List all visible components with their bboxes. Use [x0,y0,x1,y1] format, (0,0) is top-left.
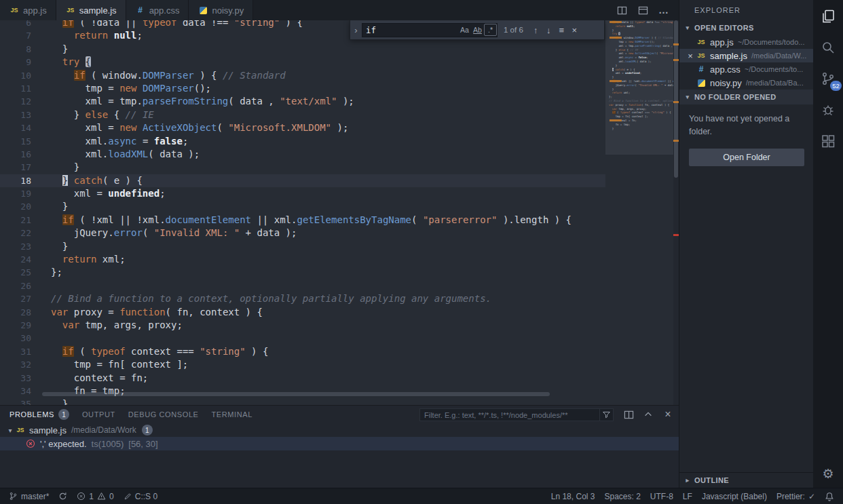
more-actions-icon[interactable]: … [658,5,669,16]
line-number[interactable]: 21 [0,214,42,227]
code-line-35[interactable]: 35 } [0,398,605,405]
language-mode[interactable]: Javascript (Babel) [697,492,772,501]
line-number[interactable]: 14 [0,121,42,134]
line-number[interactable]: 10 [0,69,42,82]
line-number[interactable]: 19 [0,187,42,200]
panel-tab-output[interactable]: OUTPUT [82,406,115,423]
code-line-12[interactable]: 12 xml = tmp.parseFromString( data , "te… [0,95,605,108]
code-line-9[interactable]: 9 try { [0,56,605,69]
close-find-icon[interactable]: × [568,25,581,35]
indentation[interactable]: Spaces: 2 [599,492,645,501]
line-number[interactable]: 28 [0,306,42,319]
problems-status[interactable]: 1 0 [72,488,118,504]
open-editor-noisy.py[interactable]: noisy.py/media/Data/Ba... [679,76,813,90]
code-line-32[interactable]: 32 tmp = fn[ context ]; [0,358,605,371]
panel-tab-terminal[interactable]: TERMINAL [212,406,252,423]
code-line-29[interactable]: 29 var tmp, args, proxy; [0,319,605,332]
line-number[interactable]: 30 [0,332,42,345]
no-folder-header[interactable]: ▾ NO FOLDER OPENED [679,90,813,104]
problems-filter-input[interactable] [420,411,599,419]
tab-app.css[interactable]: #app.css [126,0,189,20]
code-line-28[interactable]: 28var proxy = function( fn, context ) { [0,306,605,319]
line-number[interactable]: 9 [0,56,42,69]
code-line-22[interactable]: 22 jQuery.error( "Invalid XML: " + data … [0,227,605,239]
code-line-26[interactable]: 26 [0,279,605,292]
line-number[interactable]: 29 [0,319,42,332]
code-line-24[interactable]: 24 return xml; [0,253,605,266]
problem-item[interactable]: ',' expected.ts(1005)[56, 30] [0,437,679,450]
line-number[interactable]: 20 [0,200,42,213]
panel-tab-problems[interactable]: PROBLEMS1 [10,406,69,423]
horizontal-scrollbar[interactable] [42,392,550,396]
code-line-21[interactable]: 21 if ( !xml || !xml.documentElement || … [0,214,605,227]
filter-icon[interactable] [599,409,613,421]
code-line-14[interactable]: 14 xml = new ActiveXObject( "Microsoft.X… [0,121,605,134]
code-line-18[interactable]: 18 } catch( e ) { [0,174,605,187]
settings-gear-icon[interactable]: ⚙ [822,466,833,481]
line-number[interactable]: 25 [0,266,42,279]
sync-status[interactable] [54,488,72,504]
code-line-11[interactable]: 11 tmp = new DOMParser(); [0,82,605,95]
line-number[interactable]: 24 [0,253,42,266]
line-number[interactable]: 26 [0,279,42,292]
extensions-icon[interactable] [820,133,836,149]
source-control-icon[interactable]: 52 [820,71,836,87]
search-icon[interactable] [820,39,836,56]
match-case-icon[interactable]: Aa [458,24,471,36]
find-input[interactable] [362,25,458,35]
code-line-33[interactable]: 33 context = fn; [0,372,605,385]
open-folder-button[interactable]: Open Folder [689,149,804,166]
code-line-16[interactable]: 16 xml.loadXML( data ); [0,148,605,161]
line-number[interactable]: 34 [0,385,42,398]
tab-sample.js[interactable]: JSsample.js [56,0,126,20]
minimap[interactable]: if ( !data || typeof data !== "string" )… [605,20,673,405]
line-number[interactable]: 11 [0,82,42,95]
open-editor-sample.js[interactable]: ×JSsample.js/media/Data/W... [679,49,813,62]
explorer-icon[interactable] [820,8,836,24]
whole-word-icon[interactable]: Ab [471,24,484,36]
code-line-17[interactable]: 17 } [0,161,605,174]
tab-noisy.py[interactable]: noisy.py [189,0,253,20]
chevron-down-icon[interactable]: ▾ [5,427,15,434]
git-branch-status[interactable]: master* [4,488,54,504]
close-icon[interactable]: × [685,51,696,61]
line-number[interactable]: 32 [0,358,42,371]
line-number[interactable]: 18 [0,174,42,187]
line-number[interactable]: 12 [0,95,42,108]
panel-tab-debug-console[interactable]: DEBUG CONSOLE [128,406,199,423]
open-editor-app.css[interactable]: #app.css~/Documents/to... [679,62,813,76]
next-match-icon[interactable]: ↓ [542,25,555,35]
code-line-27[interactable]: 27// Bind a function to a context, optio… [0,292,605,305]
maximize-panel-icon[interactable] [643,409,654,420]
encoding[interactable]: UTF-8 [645,492,678,501]
close-panel-icon[interactable]: × [662,409,673,420]
code-line-13[interactable]: 13 } else { // IE [0,109,605,121]
code-line-20[interactable]: 20 } [0,200,605,213]
line-number[interactable]: 8 [0,43,42,56]
regex-icon[interactable]: .* [484,24,497,36]
line-number[interactable]: 6 [0,20,42,29]
code-line-19[interactable]: 19 xml = undefined; [0,187,605,200]
eol-sequence[interactable]: LF [678,492,697,501]
outline-header[interactable]: ▸ OUTLINE [679,473,813,488]
find-in-selection-icon[interactable]: ≡ [555,25,568,35]
line-number[interactable]: 23 [0,240,42,253]
split-editor-icon[interactable] [616,5,627,16]
code-line-25[interactable]: 25}; [0,266,605,279]
code-line-30[interactable]: 30 [0,332,605,345]
split-panel-icon[interactable] [623,409,634,420]
previous-match-icon[interactable]: ↑ [529,25,542,35]
code-line-15[interactable]: 15 xml.async = false; [0,135,605,148]
tab-app.js[interactable]: JSapp.js [0,0,56,20]
line-number[interactable]: 16 [0,148,42,161]
line-number[interactable]: 33 [0,372,42,385]
line-number[interactable]: 31 [0,345,42,358]
code-line-31[interactable]: 31 if ( typeof context === "string" ) { [0,345,605,358]
problems-file-row[interactable]: ▾JSsample.js/media/Data/Work1 [0,423,679,437]
debug-icon[interactable] [820,102,836,118]
editor-layout-icon[interactable] [637,5,648,16]
code-line-23[interactable]: 23 } [0,240,605,253]
code-line-8[interactable]: 8 } [0,43,605,56]
line-number[interactable]: 17 [0,161,42,174]
open-editor-app.js[interactable]: JSapp.js~/Documents/todo... [679,35,813,49]
